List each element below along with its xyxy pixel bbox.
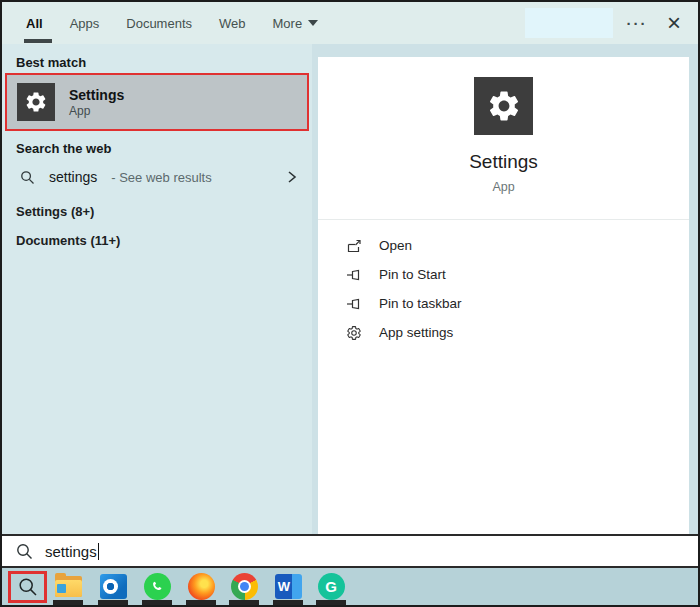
- settings-gear-tile-large: [474, 77, 533, 135]
- best-match-header: Best match: [16, 55, 86, 70]
- gear-icon: [345, 324, 362, 341]
- action-pin-to-start[interactable]: Pin to Start: [318, 260, 689, 289]
- running-indicator: [316, 600, 346, 605]
- divider: [318, 219, 689, 220]
- running-indicator: [142, 600, 172, 605]
- search-filter-tabbar: All Apps Documents Web More ··· ×: [2, 2, 698, 44]
- running-indicator: [273, 600, 303, 605]
- tab-more[interactable]: More: [273, 16, 319, 31]
- tab-documents[interactable]: Documents: [126, 16, 192, 31]
- action-pin-to-taskbar[interactable]: Pin to taskbar: [318, 289, 689, 318]
- best-match-result-settings[interactable]: Settings App: [5, 73, 309, 131]
- account-area-redacted: [525, 8, 613, 38]
- running-indicator: [186, 600, 216, 605]
- action-open[interactable]: Open: [318, 231, 689, 260]
- gear-icon: [486, 88, 522, 124]
- taskbar-search-button[interactable]: [8, 571, 47, 603]
- taskbar: W G: [2, 568, 698, 605]
- chevron-down-icon: [308, 20, 318, 26]
- windows-search-flyout: All Apps Documents Web More ··· × Best m…: [0, 0, 700, 607]
- search-icon: [18, 577, 38, 597]
- search-input-value: settings: [45, 543, 97, 560]
- gear-icon: [24, 90, 48, 114]
- search-results-panel: Best match Settings App Search the web s…: [2, 44, 312, 534]
- text-caret: [98, 543, 99, 560]
- file-explorer-icon: [55, 576, 82, 597]
- running-indicator: [98, 600, 128, 605]
- taskbar-search-input[interactable]: settings: [2, 534, 698, 568]
- best-match-title: Settings: [69, 86, 124, 105]
- running-indicator: [53, 600, 83, 605]
- open-icon: [345, 237, 362, 254]
- more-options-icon[interactable]: ···: [624, 11, 650, 35]
- chevron-right-icon[interactable]: [286, 170, 298, 184]
- outlook-icon: [100, 574, 127, 599]
- web-result-suffix: - See web results: [111, 170, 211, 185]
- action-app-settings[interactable]: App settings: [318, 318, 689, 347]
- group-settings[interactable]: Settings (8+): [16, 204, 94, 219]
- chrome-icon: [231, 573, 258, 600]
- preview-app-type: App: [492, 180, 514, 194]
- search-icon: [20, 170, 35, 185]
- word-icon: W: [275, 574, 302, 599]
- web-search-result[interactable]: settings - See web results: [2, 162, 312, 192]
- app-preview-panel: Settings App Open: [318, 57, 689, 534]
- pin-icon: [345, 295, 362, 312]
- tab-web[interactable]: Web: [219, 16, 246, 31]
- whatsapp-icon: [144, 573, 171, 600]
- running-indicator: [229, 600, 259, 605]
- tab-all[interactable]: All: [26, 16, 43, 31]
- search-icon: [16, 543, 33, 560]
- search-the-web-header: Search the web: [16, 141, 111, 156]
- best-match-subtitle: App: [69, 104, 124, 118]
- firefox-icon: [188, 573, 215, 600]
- tab-apps[interactable]: Apps: [70, 16, 100, 31]
- preview-app-name: Settings: [469, 151, 538, 173]
- settings-gear-tile: [17, 83, 55, 121]
- active-tab-indicator: [24, 39, 52, 43]
- grammarly-icon: G: [318, 573, 345, 600]
- close-icon[interactable]: ×: [658, 6, 690, 40]
- web-result-query: settings: [49, 169, 97, 185]
- pin-icon: [345, 266, 362, 283]
- group-documents[interactable]: Documents (11+): [16, 233, 120, 248]
